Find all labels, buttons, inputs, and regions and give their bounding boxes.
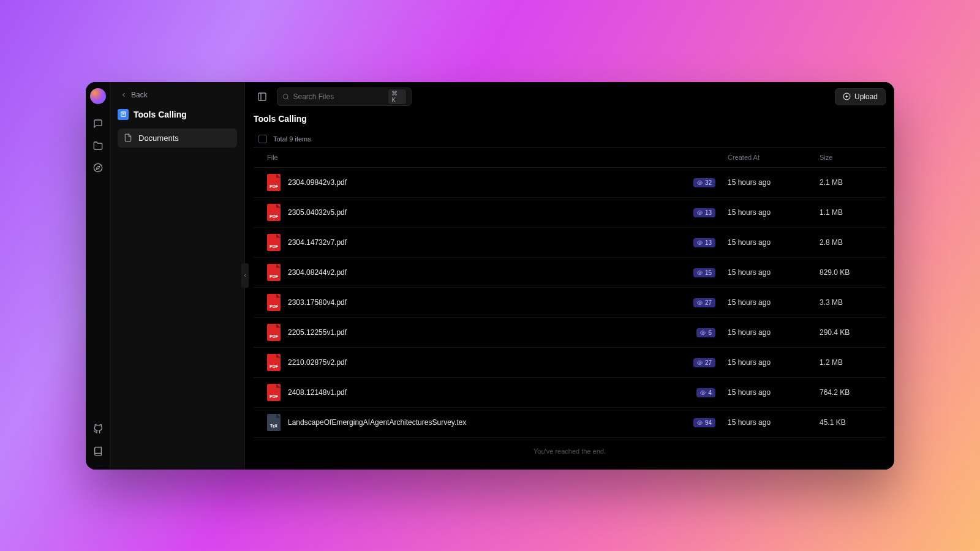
file-row[interactable]: PDF2205.12255v1.pdf615 hours ago290.4 KB [254,318,886,348]
sidebar-item-documents[interactable]: Documents [118,129,237,148]
file-row[interactable]: PDF2303.17580v4.pdf2715 hours ago3.3 MB [254,288,886,318]
total-items-label: Total 9 items [273,135,311,143]
file-size: 290.4 KB [820,328,881,337]
file-name: 2205.12255v1.pdf [288,328,347,337]
file-name: 2304.09842v3.pdf [288,178,347,187]
pdf-file-icon: PDF [267,204,281,221]
pdf-file-icon: PDF [267,354,281,371]
pdf-file-icon: PDF [267,234,281,251]
compass-icon[interactable] [88,158,108,178]
back-button[interactable]: Back [118,89,237,100]
created-at: 15 hours ago [728,418,820,427]
file-row[interactable]: TᴇXLandscapeOfEmergingAIAgentArchitectur… [254,408,886,438]
created-at: 15 hours ago [728,238,820,247]
table-header: File Created At Size [254,148,886,168]
view-count-badge: 6 [696,328,715,337]
pdf-file-icon: PDF [267,324,281,341]
svg-point-19 [703,392,704,393]
search-shortcut: ⌘ K [388,89,406,104]
topbar: ⌘ K Upload [245,82,894,111]
document-icon [124,133,132,142]
pdf-file-icon: PDF [267,294,281,311]
svg-marker-1 [96,166,99,169]
column-created: Created At [728,154,820,161]
file-name: 2210.02875v2.pdf [288,358,347,367]
view-count-badge: 27 [693,358,715,367]
svg-point-20 [699,422,700,423]
view-count-badge: 4 [696,388,715,397]
created-at: 15 hours ago [728,388,820,397]
view-count-badge: 15 [693,268,715,277]
svg-point-12 [699,182,700,183]
file-size: 2.8 MB [820,238,881,247]
icon-rail [86,82,110,470]
sidebar-title: Tools Calling [134,110,187,119]
file-row[interactable]: PDF2304.14732v7.pdf1315 hours ago2.8 MB [254,228,886,258]
github-icon[interactable] [88,419,108,439]
select-all-checkbox[interactable] [258,135,267,143]
view-count-badge: 13 [693,238,715,247]
svg-point-17 [703,332,704,333]
file-name: 2408.12148v1.pdf [288,388,347,397]
file-row[interactable]: PDF2305.04032v5.pdf1315 hours ago1.1 MB [254,198,886,228]
created-at: 15 hours ago [728,178,820,187]
column-size: Size [820,154,881,161]
file-row[interactable]: PDF2304.09842v3.pdf3215 hours ago2.1 MB [254,168,886,198]
book-icon[interactable] [88,441,108,461]
upload-label: Upload [854,92,878,101]
view-count-badge: 27 [693,298,715,307]
created-at: 15 hours ago [728,298,820,307]
file-size: 1.1 MB [820,208,881,217]
view-count-badge: 32 [693,178,715,187]
panel-toggle-icon[interactable] [254,88,271,105]
upload-button[interactable]: Upload [835,88,886,105]
page-title: Tools Calling [254,114,886,124]
file-row[interactable]: PDF2408.12148v1.pdf415 hours ago764.2 KB [254,378,886,408]
avatar[interactable] [90,88,106,104]
file-name: 2305.04032v5.pdf [288,208,347,217]
collapse-handle[interactable] [241,263,249,288]
view-count-badge: 94 [693,418,715,427]
file-row[interactable]: PDF2210.02875v2.pdf2715 hours ago1.2 MB [254,348,886,378]
app-window: Back Tools Calling Documents ⌘ K [86,82,894,470]
search-box[interactable]: ⌘ K [277,88,412,106]
sidebar-title-row: Tools Calling [118,109,237,120]
svg-point-16 [699,302,700,303]
file-list: PDF2304.09842v3.pdf3215 hours ago2.1 MBP… [254,168,886,438]
svg-rect-5 [258,93,266,100]
pdf-file-icon: PDF [267,174,281,191]
content: Tools Calling Total 9 items File Created… [245,111,894,470]
file-size: 2.1 MB [820,178,881,187]
svg-point-13 [699,212,700,213]
pdf-file-icon: PDF [267,264,281,281]
sidebar-item-label: Documents [138,133,179,143]
upload-icon [843,92,851,100]
created-at: 15 hours ago [728,328,820,337]
svg-point-15 [699,272,700,273]
file-name: 2304.14732v7.pdf [288,238,347,247]
chat-icon[interactable] [88,114,108,133]
folder-icon[interactable] [88,136,108,156]
column-file: File [258,154,685,161]
svg-point-18 [699,362,700,363]
svg-point-14 [699,242,700,243]
file-size: 45.1 KB [820,418,881,427]
search-input[interactable] [293,92,385,101]
created-at: 15 hours ago [728,208,820,217]
view-count-badge: 13 [693,208,715,217]
file-name: 2303.17580v4.pdf [288,298,347,307]
summary-row: Total 9 items [254,131,886,148]
svg-point-0 [94,163,102,171]
svg-line-8 [287,98,288,99]
created-at: 15 hours ago [728,358,820,367]
knowledge-base-icon [118,109,129,120]
end-of-list: You've reached the end. [254,438,886,465]
file-name: LandscapeOfEmergingAIAgentArchitecturesS… [288,418,466,427]
tex-file-icon: TᴇX [267,414,281,431]
file-size: 829.0 KB [820,268,881,277]
sidebar: Back Tools Calling Documents [110,82,245,470]
svg-point-7 [283,94,288,99]
search-icon [282,93,289,100]
file-size: 3.3 MB [820,298,881,307]
file-row[interactable]: PDF2304.08244v2.pdf1515 hours ago829.0 K… [254,258,886,288]
